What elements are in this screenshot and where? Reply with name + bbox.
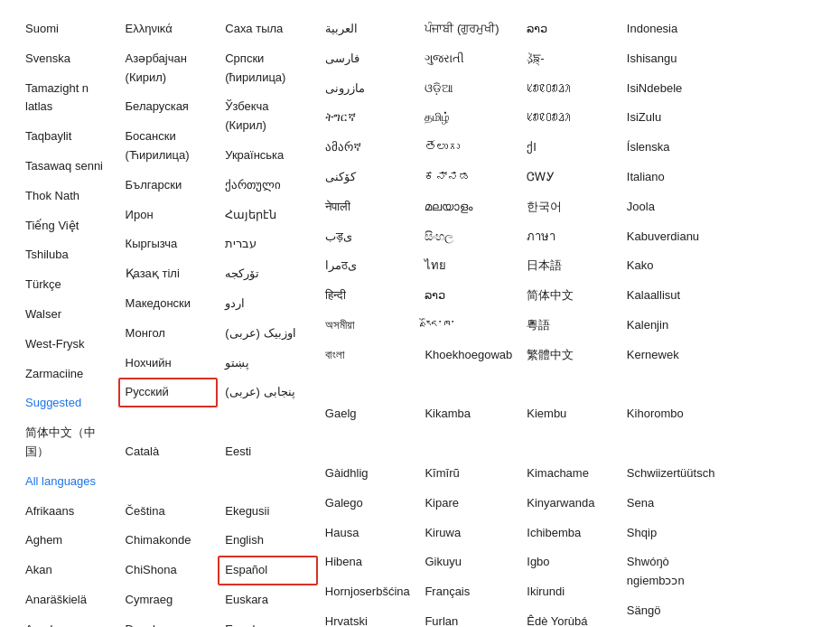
- lang-azerbaycan-latin[interactable]: Azərbaycan (latın): [18, 615, 118, 627]
- lang-west-frysk[interactable]: West-Frysk: [18, 330, 118, 360]
- lang-cymraeg[interactable]: Cymraeg: [118, 585, 219, 615]
- lang-chimakonde[interactable]: Chimakonde: [118, 526, 219, 556]
- lang-kiembu[interactable]: Kiembu: [519, 399, 620, 429]
- lang-svenska[interactable]: Svenska: [18, 44, 118, 74]
- lang-ichibemba[interactable]: Ichibemba: [519, 519, 620, 548]
- lang-pashto[interactable]: پښتو: [218, 349, 318, 379]
- lang-kyrgyzcha[interactable]: Кыргызча: [118, 229, 219, 259]
- lang-gikuyu[interactable]: Gikuyu: [417, 547, 519, 577]
- lang-euegbe[interactable]: Euegbe: [218, 615, 318, 627]
- lang-kiruwa[interactable]: Kiruwa: [417, 519, 519, 548]
- lang-odia[interactable]: ଓଡ଼ିଆ: [417, 74, 519, 104]
- lang-santali[interactable]: ᱥᱟᱱᱛᱟᱲᱤ: [519, 103, 620, 133]
- lang-kipare[interactable]: Kipare: [417, 489, 519, 519]
- lang-ekegusii[interactable]: Ekegusii: [218, 497, 318, 527]
- lang-simplified-chinese2[interactable]: 简体中文: [519, 281, 620, 311]
- lang-kazakh[interactable]: Қазақ тілі: [118, 259, 219, 289]
- lang-korean[interactable]: 한국어: [519, 192, 620, 222]
- lang-russian[interactable]: Русский: [118, 378, 219, 407]
- lang-kernewek[interactable]: Kernewek: [620, 341, 723, 370]
- lang-dzongkha[interactable]: རྫོང་ཁ་: [417, 311, 519, 341]
- lang-thai2[interactable]: ภาษา: [519, 222, 620, 252]
- lang-gujarati[interactable]: ગુજરાતી: [417, 44, 519, 74]
- lang-hibena[interactable]: Hibena: [318, 547, 418, 577]
- lang-farsi[interactable]: فارسی: [318, 44, 418, 74]
- lang-qi[interactable]: ქI: [519, 133, 620, 163]
- lang-isizulu[interactable]: IsiZulu: [620, 103, 723, 133]
- lang-walser[interactable]: Walser: [18, 300, 118, 330]
- lang-tieng-viet[interactable]: Tiếng Việt: [18, 211, 118, 241]
- lang-suomi[interactable]: Suomi: [18, 14, 118, 44]
- lang-euskara[interactable]: Euskara: [218, 585, 318, 615]
- lang-tigrinya[interactable]: ትግርኛ: [318, 103, 418, 133]
- lang-anaraskiela[interactable]: Anaräškielä: [18, 585, 118, 615]
- lang-bosanski-cyrillic[interactable]: Босански (Ћирилица): [118, 122, 219, 171]
- lang-tasawaq[interactable]: Tasawaq senni: [18, 152, 118, 182]
- lang-kikamba[interactable]: Kikamba: [417, 399, 519, 429]
- lang-telugu[interactable]: తెలుగు: [417, 133, 519, 163]
- lang-dansk[interactable]: Dansk: [118, 615, 219, 627]
- lang-sakha[interactable]: Саха тыла: [218, 14, 318, 44]
- lang-armenian[interactable]: Հայերէն: [218, 201, 318, 230]
- lang-ellinika[interactable]: Ελληνικά: [118, 14, 219, 44]
- lang-shwono[interactable]: Shwóŋò ngiembɔɔn: [620, 547, 723, 596]
- lang-hindi[interactable]: हिन्दी: [318, 281, 418, 311]
- lang-kabuverdianu[interactable]: Kabuverdianu: [620, 222, 723, 252]
- lang-badi[interactable]: بड़ی: [318, 222, 418, 252]
- lang-eesti[interactable]: Eesti: [218, 437, 318, 467]
- lang-thok-nath[interactable]: Thok Nath: [18, 182, 118, 211]
- lang-georgian[interactable]: ქართული: [218, 171, 318, 201]
- lang-igbo[interactable]: Igbo: [519, 547, 620, 577]
- lang-makedonski[interactable]: Македонски: [118, 289, 219, 319]
- lang-lao2[interactable]: ລາວ: [519, 14, 620, 44]
- lang-arabic[interactable]: العربية: [318, 14, 418, 44]
- lang-italiano[interactable]: Italiano: [620, 163, 723, 192]
- lang-tshiluba[interactable]: Tshiluba: [18, 240, 118, 270]
- lang-bengali[interactable]: বাংলা: [318, 341, 418, 370]
- lang-joola[interactable]: Joola: [620, 192, 723, 222]
- lang-isindebele[interactable]: IsiNdebele: [620, 74, 723, 104]
- lang-kako[interactable]: Kako: [620, 251, 723, 281]
- lang-tamazight[interactable]: Tamazight n latlas: [18, 74, 118, 123]
- lang-cantonese[interactable]: 粵語: [519, 311, 620, 341]
- lang-kannada[interactable]: ಕನ್ನಡ: [417, 163, 519, 192]
- lang-sango[interactable]: Sängö: [620, 596, 723, 626]
- lang-catala[interactable]: Català: [118, 437, 219, 467]
- lang-script2[interactable]: ડ઼ૅ઼ਙ਼੍-: [519, 44, 620, 74]
- lang-nohchiyn[interactable]: Нохчийн: [118, 349, 219, 379]
- lang-sena[interactable]: Sena: [620, 489, 723, 519]
- lang-gaelg[interactable]: Gaelg: [318, 399, 418, 429]
- lang-amharic[interactable]: ამარኛ: [318, 133, 418, 163]
- lang-chishona[interactable]: ChiShona: [118, 556, 219, 585]
- lang-aghem[interactable]: Aghem: [18, 526, 118, 556]
- lang-punjabi-arabic[interactable]: پنجابی (عربی): [218, 378, 318, 407]
- lang-cestina[interactable]: Čeština: [118, 497, 219, 527]
- lang-francais[interactable]: Français: [417, 577, 519, 607]
- lang-taqbaylit[interactable]: Taqbaylit: [18, 122, 118, 152]
- lang-japanese[interactable]: 日本語: [519, 251, 620, 281]
- lang-simplified-chinese[interactable]: 简体中文（中国）: [18, 418, 118, 467]
- lang-srpski-cyrillic[interactable]: Српски (ћирилица): [218, 44, 318, 93]
- lang-azerbaijani-arabic[interactable]: تۆرکجه: [218, 259, 318, 289]
- lang-hebrew[interactable]: עברית: [218, 229, 318, 259]
- lang-hoc-uc[interactable]: ᱥᱟᱱᱛᱟᱲᱤ: [519, 74, 620, 104]
- lang-thai[interactable]: ไทย: [417, 251, 519, 281]
- lang-belarusskaya[interactable]: Беларуская: [118, 92, 219, 122]
- lang-uzbek-cyrillic[interactable]: Ўзбекча (Кирил): [218, 92, 318, 141]
- lang-khoekhoegowab[interactable]: Khoekhoegowab: [417, 341, 519, 370]
- lang-kalenjin[interactable]: Kalenjin: [620, 311, 723, 341]
- lang-ishisangu[interactable]: Ishisangu: [620, 44, 723, 74]
- lang-bulgarski[interactable]: Български: [118, 171, 219, 201]
- lang-marathi[interactable]: مراठی: [318, 251, 418, 281]
- lang-hausa[interactable]: Hausa: [318, 519, 418, 548]
- lang-urdu[interactable]: اردو: [218, 289, 318, 319]
- all-languages-label[interactable]: All languages: [18, 467, 118, 497]
- lang-ukrainian[interactable]: Українська: [218, 141, 318, 171]
- lang-mazaroni[interactable]: مازرونی: [318, 74, 418, 104]
- lang-gaidhlig[interactable]: Gàidhlig: [318, 459, 418, 489]
- lang-zarmaciine[interactable]: Zarmaciine: [18, 360, 118, 389]
- lang-afrikaans[interactable]: Afrikaans: [18, 497, 118, 527]
- lang-kimiru[interactable]: Kīmīrũ: [417, 459, 519, 489]
- lang-hornjoserbscina[interactable]: Hornjoserbšćina: [318, 577, 418, 607]
- lang-assamese[interactable]: অসমীয়া: [318, 311, 418, 341]
